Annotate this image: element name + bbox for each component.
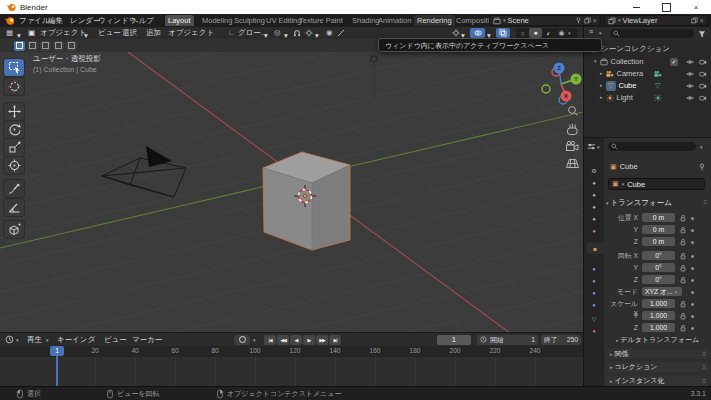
collections-panel[interactable]: ▸ コレクション≡ (606, 362, 709, 372)
snap-magnet-icon[interactable] (293, 29, 301, 37)
tab-particles[interactable]: ● (586, 275, 602, 286)
lock-icon[interactable] (679, 226, 687, 234)
animate-dot[interactable] (691, 303, 694, 306)
timeline-ruler[interactable]: 1 20 40 60 80 100 120 140 160 180 200 22… (0, 346, 583, 357)
play-reverse-button[interactable]: ◀ (290, 335, 302, 345)
location-x-field[interactable]: 0 m (642, 213, 675, 222)
expand-icon[interactable]: ▸ (600, 95, 603, 100)
tab-modifiers[interactable]: ● (586, 263, 602, 274)
animate-dot[interactable] (691, 241, 694, 244)
menu-playback[interactable]: 再生 (27, 333, 42, 346)
tab-world[interactable]: ● (586, 225, 602, 236)
workspace-tab-texture-paint[interactable]: Texture Paint (296, 15, 346, 26)
tab-output[interactable]: ● (586, 189, 602, 200)
shading-solid-icon[interactable]: ● (529, 28, 542, 38)
scale-x-field[interactable]: 1.000 (642, 299, 675, 308)
close-button[interactable]: × (681, 0, 711, 14)
location-z-field[interactable]: 0 m (642, 237, 675, 246)
animate-dot[interactable] (691, 279, 694, 282)
animate-dot[interactable] (691, 229, 694, 232)
tab-render[interactable]: ● (586, 177, 602, 188)
tab-scene[interactable]: ● (586, 213, 602, 224)
scale-z-field[interactable]: 1.000 (642, 323, 675, 332)
rotation-y-field[interactable]: 0° (642, 263, 675, 272)
animate-dot[interactable] (691, 217, 694, 220)
maximize-button[interactable] (651, 0, 681, 14)
lock-icon[interactable] (679, 264, 687, 272)
render-visibility-icon[interactable] (699, 94, 707, 102)
render-visibility-icon[interactable] (699, 82, 707, 90)
workspace-tab-animation[interactable]: Animation (375, 15, 414, 26)
xray-toggle[interactable] (496, 28, 510, 38)
lock-icon[interactable] (679, 252, 687, 260)
collection-checkbox[interactable]: ✓ (670, 58, 678, 66)
jump-to-start-button[interactable]: |◀ (264, 335, 276, 345)
view-layer-name[interactable]: ViewLayer (623, 16, 658, 25)
outliner-search-input[interactable] (610, 29, 694, 38)
menu-keying[interactable]: キーイング (57, 333, 95, 346)
select-mode-invert[interactable] (53, 41, 64, 51)
menu-object[interactable]: オブジェクト (168, 27, 214, 39)
tool-transform[interactable] (4, 157, 24, 174)
pan-view-icon[interactable] (568, 124, 578, 135)
tab-tool[interactable]: ⚙ (586, 165, 602, 176)
workspace-tab-rendering[interactable]: Rendering (414, 15, 455, 26)
show-overlays-toggle[interactable] (470, 28, 485, 38)
render-visibility-icon[interactable] (699, 58, 707, 66)
falloff-icon[interactable] (337, 29, 345, 37)
shading-wireframe-icon[interactable]: ○ (516, 30, 529, 37)
tool-add-cube[interactable] (4, 221, 24, 238)
perspective-toggle-icon[interactable] (567, 160, 579, 168)
new-view-layer-icon[interactable] (691, 17, 698, 24)
workspace-tab-layout[interactable]: Layout (165, 15, 194, 26)
rotation-z-field[interactable]: 0° (642, 275, 675, 284)
animate-dot[interactable] (691, 267, 694, 270)
menu-help[interactable]: ヘルプ (129, 15, 156, 26)
tab-constraints[interactable]: ● (586, 299, 602, 310)
hide-eye-icon[interactable] (686, 58, 694, 66)
blender-menu-icon[interactable] (4, 15, 15, 26)
rotation-x-field[interactable]: 0° (642, 251, 675, 260)
remove-view-layer-icon[interactable]: × (700, 16, 704, 25)
play-button[interactable]: ▶ (303, 335, 315, 345)
lock-icon[interactable] (679, 214, 687, 222)
tab-physics[interactable]: ● (586, 287, 602, 298)
lock-icon[interactable] (679, 300, 687, 308)
unlink-scene-icon[interactable]: × (593, 16, 597, 25)
outliner-row-collection[interactable]: ▾ Collection ✓ (594, 56, 643, 67)
pin-icon[interactable] (698, 163, 706, 171)
light-object[interactable] (369, 54, 379, 100)
tool-cursor[interactable] (4, 78, 24, 95)
scene-name[interactable]: Scene (508, 16, 529, 25)
object-name-field[interactable]: ▣ ▾ Cube (608, 178, 705, 190)
outliner-label[interactable]: Light (617, 93, 633, 102)
animate-dot[interactable] (691, 315, 694, 318)
tab-object[interactable]: ■ (586, 243, 604, 254)
outliner-display-mode-icon[interactable]: ≡ (589, 28, 593, 35)
delta-transform-subpanel[interactable]: ▸ デルタトランスフォーム (616, 335, 699, 345)
menu-select[interactable]: 選択 (122, 27, 137, 39)
expand-icon[interactable]: ▸ (600, 83, 603, 88)
viewport-canvas[interactable]: Z Y X ユーザー・透視投影 (1) Collection | Cube (0, 52, 583, 332)
pivot-point-icon[interactable]: ◎ (274, 27, 281, 39)
snap-target-icon[interactable] (305, 29, 313, 37)
expand-icon[interactable]: ▾ (594, 59, 597, 64)
menu-view[interactable]: ビュー (104, 333, 127, 346)
tool-select-box[interactable] (4, 59, 24, 76)
lock-icon[interactable] (679, 276, 687, 284)
transform-orientation-dropdown[interactable]: グロー... (238, 27, 267, 39)
next-keyframe-button[interactable]: ▶▶ (316, 335, 328, 345)
proportional-edit-icon[interactable]: ◉ (326, 27, 333, 39)
outliner-label[interactable]: Collection (611, 57, 644, 66)
menu-add[interactable]: 追加 (146, 27, 161, 39)
pin-icon[interactable] (575, 17, 582, 24)
menu-view[interactable]: ビュー (98, 27, 121, 39)
hide-eye-icon[interactable] (686, 94, 694, 102)
workspace-tab-modeling[interactable]: Modeling (199, 15, 235, 26)
gizmo-neg-y[interactable] (542, 85, 550, 93)
mode-dropdown[interactable]: オブジェクト (40, 27, 86, 39)
shading-rendered-icon[interactable]: ◉ (555, 29, 568, 37)
properties-editor-type-icon[interactable] (587, 142, 596, 151)
current-frame-field[interactable]: 1 (437, 335, 471, 345)
location-y-field[interactable]: 0 m (642, 225, 675, 234)
